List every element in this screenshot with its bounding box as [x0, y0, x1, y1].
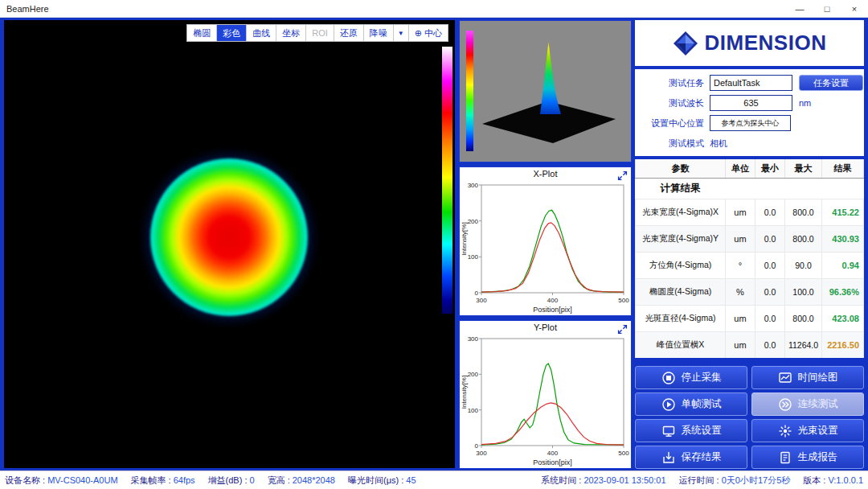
toolbar-button-label: ▼ [398, 30, 404, 37]
action-button-report[interactable]: 生成报告 [751, 446, 864, 469]
cell-param: 光束宽度(4-Sigma)X [636, 199, 726, 226]
col-min: 最小 [755, 159, 785, 179]
cell-max: 90.0 [785, 253, 822, 279]
table-row[interactable]: 光束宽度(4-Sigma)Yum0.0800.0430.93 [636, 226, 864, 253]
cell-min: 0.0 [755, 332, 785, 359]
col-result: 结果 [822, 159, 864, 179]
action-label: 连续测试 [798, 397, 838, 411]
close-button[interactable]: × [841, 0, 868, 18]
surface-plot [460, 21, 631, 162]
task-settings-button[interactable]: 任务设置 [799, 75, 863, 91]
cell-max: 800.0 [785, 306, 822, 332]
svg-text:400: 400 [547, 450, 559, 457]
cell-result: 2216.50 [822, 332, 864, 359]
target-icon: ⊕ [415, 29, 422, 38]
table-row[interactable]: 方位角(4-Sigma)°0.090.00.94 [636, 253, 864, 279]
toolbar-button-center[interactable]: ⊕中心 [409, 25, 448, 41]
y-plot-panel: Y-Plot 3004005000100200300Position[pix]I… [459, 320, 632, 469]
toolbar-button-roi[interactable]: ROI [306, 25, 334, 41]
toolbar-button-curve[interactable]: 曲线 [247, 25, 276, 41]
mode-row: 测试模式 相机 [635, 135, 864, 151]
action-button-system[interactable]: 系统设置 [635, 419, 747, 442]
action-button-continuous[interactable]: 连续测试 [751, 392, 864, 416]
beam-view[interactable]: 椭圆彩色曲线坐标ROI还原降噪▼⊕中心 [4, 20, 455, 468]
save-icon [661, 450, 676, 465]
svg-text:300: 300 [476, 450, 487, 457]
cell-result: 423.08 [822, 306, 864, 332]
action-button-stop[interactable]: 停止采集 [635, 366, 747, 389]
status-item: 运行时间 :0天0小时17分5秒 [679, 475, 791, 487]
svg-text:Intensity[%]: Intensity[%] [461, 222, 468, 255]
toolbar-button-denoise[interactable]: 降噪 [364, 25, 393, 41]
cell-max: 800.0 [785, 199, 822, 226]
action-label: 生成报告 [798, 450, 838, 464]
center-position-select[interactable]: 参考点为探头中心 [710, 115, 791, 131]
view-3d[interactable] [459, 20, 632, 162]
toolbar-button-ellipse[interactable]: 椭圆 [187, 25, 216, 41]
table-row[interactable]: 光束宽度(4-Sigma)Xum0.0800.0415.22 [636, 199, 864, 226]
cell-max: 800.0 [785, 226, 822, 253]
beam-image [150, 158, 308, 316]
x-plot-title: X-Plot [460, 167, 631, 181]
play-icon [661, 397, 676, 412]
surface-peak [540, 42, 561, 114]
svg-text:200: 200 [468, 218, 479, 225]
table-row[interactable]: 光斑直径(4-Sigma)um0.0800.0423.08 [636, 306, 864, 332]
status-right: 系统时间 :2023-09-01 13:50:01运行时间 :0天0小时17分5… [541, 475, 868, 487]
mode-label: 测试模式 [635, 138, 704, 150]
cell-unit: % [726, 279, 755, 306]
table-row[interactable]: 峰值位置横Xum0.011264.02216.50 [636, 332, 864, 359]
cell-unit: um [726, 306, 755, 332]
results-table-body: 计算结果 光束宽度(4-Sigma)Xum0.0800.0415.22光束宽度(… [636, 179, 864, 359]
cell-min: 0.0 [755, 306, 785, 332]
table-header-row: 参数 单位 最小 最大 结果 [636, 159, 864, 179]
action-label: 停止采集 [682, 371, 722, 384]
section-row: 计算结果 [636, 179, 864, 199]
toolbar-button-dropdown[interactable]: ▼ [394, 25, 408, 41]
action-button-timeplot[interactable]: 时间绘图 [751, 366, 864, 389]
center-position-label: 设置中心位置 [635, 117, 704, 129]
cell-unit: um [726, 199, 755, 226]
toolbar-button-restore[interactable]: 还原 [334, 25, 363, 41]
cell-param: 椭圆度(4-Sigma) [636, 279, 726, 306]
cell-unit: ° [726, 253, 755, 279]
toolbar-button-label: ROI [312, 28, 328, 38]
toolbar-button-coords[interactable]: 坐标 [276, 25, 305, 41]
maximize-button[interactable]: □ [813, 0, 841, 18]
logo-text: DIMENSION [705, 31, 827, 55]
wavelength-unit: nm [799, 98, 811, 108]
svg-text:Position[pix]: Position[pix] [533, 306, 572, 314]
toolbar-button-color[interactable]: 彩色 [217, 25, 246, 41]
toolbar-button-label: 椭圆 [193, 27, 211, 39]
expand-icon[interactable] [617, 323, 628, 334]
beam-toolbar: 椭圆彩色曲线坐标ROI还原降噪▼⊕中心 [186, 24, 448, 42]
svg-text:Intensity[%]: Intensity[%] [461, 376, 468, 409]
settings-panel: 测试任务 任务设置 测试波长 nm 设置中心位置 参考点为探头中心 测试模式 相… [635, 69, 864, 156]
intensity-colorbar [442, 47, 452, 314]
task-row: 测试任务 任务设置 [635, 75, 864, 91]
section-title: 计算结果 [636, 179, 726, 199]
svg-text:200: 200 [468, 371, 479, 378]
toolbar-button-label: 坐标 [282, 27, 300, 39]
col-param: 参数 [636, 159, 726, 179]
wavelength-input[interactable] [710, 95, 792, 111]
cell-result: 430.93 [822, 226, 864, 253]
task-input[interactable] [710, 75, 792, 91]
toolbar-button-label: 降噪 [370, 27, 387, 39]
action-button-play[interactable]: 单帧测试 [635, 392, 747, 416]
cell-param: 方位角(4-Sigma) [636, 253, 726, 279]
svg-text:100: 100 [468, 407, 479, 414]
minimize-button[interactable]: — [786, 0, 813, 18]
cell-min: 0.0 [755, 226, 785, 253]
cell-result: 415.22 [822, 199, 864, 226]
table-row[interactable]: 椭圆度(4-Sigma)%0.0100.096.36% [636, 279, 864, 306]
surface-colorbar [466, 31, 473, 151]
action-button-beam[interactable]: 光束设置 [751, 419, 864, 442]
action-button-save[interactable]: 保存结果 [635, 446, 747, 469]
cell-min: 0.0 [755, 253, 785, 279]
workspace: 椭圆彩色曲线坐标ROI还原降噪▼⊕中心 X-Plot [0, 18, 868, 471]
svg-text:100: 100 [468, 253, 479, 261]
svg-text:400: 400 [547, 297, 559, 304]
toolbar-button-label: 还原 [340, 27, 358, 39]
expand-icon[interactable] [617, 170, 628, 180]
